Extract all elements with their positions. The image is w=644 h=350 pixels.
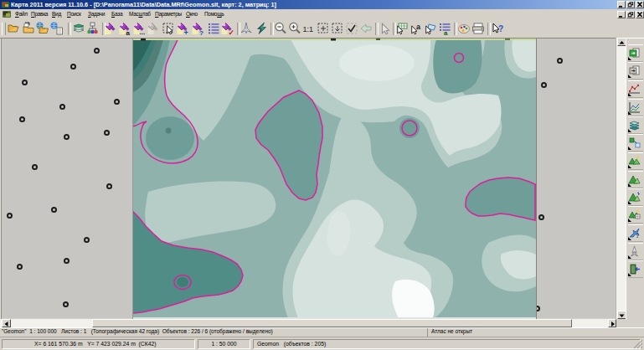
svg-text:?: ?: [636, 233, 639, 239]
svg-text:a: a: [444, 29, 448, 36]
svg-text:...: ...: [140, 28, 146, 35]
svg-text:✓: ✓: [229, 28, 235, 36]
svg-text:a: a: [126, 29, 131, 36]
svg-text:?: ?: [498, 24, 503, 33]
svg-text:a: a: [416, 23, 421, 31]
svg-text:+: +: [184, 28, 188, 36]
svg-text:?: ?: [199, 29, 204, 36]
svg-text:1:1: 1:1: [303, 25, 314, 33]
